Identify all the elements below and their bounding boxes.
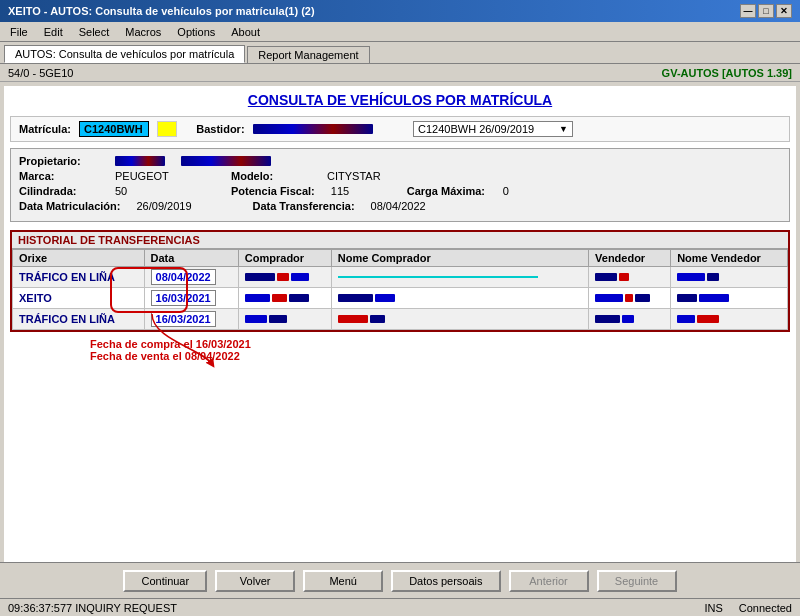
row2-nome-vendedor	[671, 288, 788, 309]
annotation-line1: Fecha de compra el 16/03/2021	[90, 338, 790, 350]
menu-macros[interactable]: Macros	[119, 25, 167, 39]
data-mat-value: 26/09/2019	[136, 200, 236, 212]
row1-data: 08/04/2022	[144, 267, 238, 288]
history-title: HISTORIAL DE TRANSFERENCIAS	[12, 232, 788, 249]
bastidor-label: Bastidor:	[196, 123, 244, 135]
title-bar-buttons: — □ ✕	[740, 4, 792, 18]
row3-nome-vendedor	[671, 309, 788, 330]
status-top-left: 54/0 - 5GE10	[8, 67, 73, 79]
col-vendedor: Vendedor	[589, 250, 671, 267]
table-row: TRÁFICO EN LIÑA 08/04/2022	[13, 267, 788, 288]
menu-file[interactable]: File	[4, 25, 34, 39]
data-mat-label: Data Matriculación:	[19, 200, 120, 212]
tab-report[interactable]: Report Management	[247, 46, 369, 63]
status-right: INS Connected	[704, 602, 792, 614]
tab-consulta[interactable]: AUTOS: Consulta de vehículos por matrícu…	[4, 45, 245, 63]
menu-button[interactable]: Menú	[303, 570, 383, 592]
menu-bar: File Edit Select Macros Options About	[0, 22, 800, 42]
row3-comprador	[238, 309, 331, 330]
button-bar: Continuar Volver Menú Datos persoais Ant…	[0, 562, 800, 598]
status-bottom-left: 09:36:37:577 INQUIRY REQUEST	[8, 602, 177, 614]
tab-bar: AUTOS: Consulta de vehículos por matrícu…	[0, 42, 800, 64]
row1-nome-comprador	[331, 267, 588, 288]
potencia-label: Potencia Fiscal:	[231, 185, 315, 197]
data-mat-row: Data Matriculación: 26/09/2019 Data Tran…	[19, 200, 781, 212]
carga-label: Carga Máxima:	[407, 185, 487, 197]
row3-nome-comprador	[331, 309, 588, 330]
ins-status: INS	[704, 602, 722, 614]
menu-select[interactable]: Select	[73, 25, 116, 39]
col-orixe: Orixe	[13, 250, 145, 267]
row2-comprador	[238, 288, 331, 309]
cilindrada-label: Cilindrada:	[19, 185, 99, 197]
data-trans-label: Data Transferencia:	[252, 200, 354, 212]
modelo-value: CITYSTAR	[327, 170, 381, 182]
info-section: Propietario: Marca: PEUGEOT Modelo: CITY…	[10, 148, 790, 222]
datos-persoais-button[interactable]: Datos persoais	[391, 570, 500, 592]
col-nome-vendedor: Nome Vendedor	[671, 250, 788, 267]
potencia-value: 115	[331, 185, 391, 197]
connected-status: Connected	[739, 602, 792, 614]
main-content: CONSULTA DE VEHÍCULOS POR MATRÍCULA Matr…	[4, 86, 796, 572]
row1-nome-vendedor	[671, 267, 788, 288]
row1-comprador	[238, 267, 331, 288]
minimize-button[interactable]: —	[740, 4, 756, 18]
bastidor-value	[253, 124, 373, 134]
status-bottom: 09:36:37:577 INQUIRY REQUEST INS Connect…	[0, 598, 800, 616]
title-bar-text: XEITO - AUTOS: Consulta de vehículos por…	[8, 5, 315, 17]
row1-vendedor	[589, 267, 671, 288]
matricula-suffix	[157, 121, 177, 137]
menu-about[interactable]: About	[225, 25, 266, 39]
marca-row: Marca: PEUGEOT Modelo: CITYSTAR	[19, 170, 781, 182]
page-title: CONSULTA DE VEHÍCULOS POR MATRÍCULA	[10, 92, 790, 108]
col-data: Data	[144, 250, 238, 267]
annotation-line2: Fecha de venta el 08/04/2022	[90, 350, 790, 362]
row2-orixe: XEITO	[13, 288, 145, 309]
propietario-val1	[115, 156, 165, 166]
matricula-label: Matrícula:	[19, 123, 71, 135]
continuar-button[interactable]: Continuar	[123, 570, 207, 592]
marca-label: Marca:	[19, 170, 99, 182]
propietario-label: Propietario:	[19, 155, 99, 167]
data-trans-value: 08/04/2022	[371, 200, 426, 212]
menu-options[interactable]: Options	[171, 25, 221, 39]
row2-nome-comprador	[331, 288, 588, 309]
col-nome-comprador: Nome Comprador	[331, 250, 588, 267]
maximize-button[interactable]: □	[758, 4, 774, 18]
matricula-value[interactable]: C1240BWH	[79, 121, 149, 137]
history-table: Orixe Data Comprador Nome Comprador Vend…	[12, 249, 788, 330]
seguinte-button: Seguinte	[597, 570, 677, 592]
row2-data: 16/03/2021	[144, 288, 238, 309]
row1-orixe: TRÁFICO EN LIÑA	[13, 267, 145, 288]
table-row: XEITO 16/03/2021	[13, 288, 788, 309]
close-button[interactable]: ✕	[776, 4, 792, 18]
annotation-block: Fecha de compra el 16/03/2021 Fecha de v…	[90, 338, 790, 362]
status-top: 54/0 - 5GE10 GV-AUTOS [AUTOS 1.39]	[0, 64, 800, 82]
row3-data: 16/03/2021	[144, 309, 238, 330]
matricula-row: Matrícula: C1240BWH Bastidor: C1240BWH 2…	[10, 116, 790, 142]
dropdown-matricula[interactable]: C1240BWH 26/09/2019 ▼	[413, 121, 573, 137]
carga-value: 0	[503, 185, 509, 197]
anterior-button: Anterior	[509, 570, 589, 592]
marca-value: PEUGEOT	[115, 170, 215, 182]
menu-edit[interactable]: Edit	[38, 25, 69, 39]
row2-vendedor	[589, 288, 671, 309]
col-comprador: Comprador	[238, 250, 331, 267]
row3-orixe: TRÁFICO EN LIÑA	[13, 309, 145, 330]
cilindrada-value: 50	[115, 185, 215, 197]
history-section: HISTORIAL DE TRANSFERENCIAS Orixe Data C…	[10, 230, 790, 332]
row3-vendedor	[589, 309, 671, 330]
modelo-label: Modelo:	[231, 170, 311, 182]
table-row: TRÁFICO EN LIÑA 16/03/2021	[13, 309, 788, 330]
status-top-right: GV-AUTOS [AUTOS 1.39]	[662, 67, 792, 79]
dropdown-arrow: ▼	[559, 124, 568, 134]
title-bar: XEITO - AUTOS: Consulta de vehículos por…	[0, 0, 800, 22]
volver-button[interactable]: Volver	[215, 570, 295, 592]
propietario-val2	[181, 156, 271, 166]
propietario-row: Propietario:	[19, 155, 781, 167]
cilindrada-row: Cilindrada: 50 Potencia Fiscal: 115 Carg…	[19, 185, 781, 197]
